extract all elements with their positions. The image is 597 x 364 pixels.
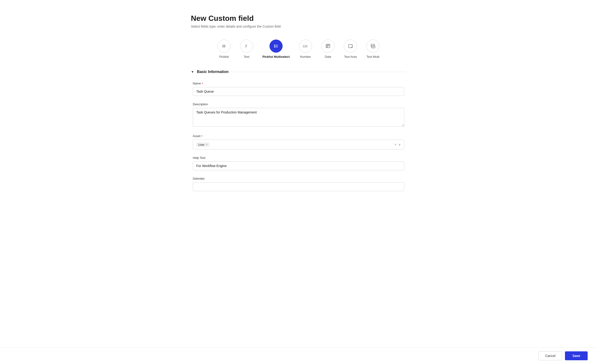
asset-tag-user: User × (196, 142, 209, 147)
asset-label: Asset • (193, 134, 404, 138)
save-button[interactable]: Save (565, 351, 588, 360)
delimiter-input[interactable] (193, 182, 404, 191)
field-type-text-multi[interactable]: Text Multi (366, 40, 379, 58)
field-type-picklist[interactable]: Picklist (218, 40, 231, 58)
svg-rect-18 (327, 46, 328, 47)
field-type-number[interactable]: 123 Number (299, 40, 312, 58)
svg-point-3 (222, 45, 223, 45)
name-field-group: Name • (193, 81, 404, 96)
section-collapse-icon[interactable]: ▼ (191, 70, 194, 74)
picklist-multiselect-icon (269, 40, 283, 53)
field-type-selector: Picklist T Text (191, 40, 406, 58)
help-text-field-group: Help Text (193, 156, 404, 170)
asset-tag-user-remove[interactable]: × (206, 143, 207, 146)
name-required-indicator: • (202, 81, 203, 85)
text-area-icon (344, 40, 357, 53)
page-subtitle: Select fields type, enter details and co… (191, 24, 406, 28)
picklist-icon (218, 40, 231, 53)
svg-text:T: T (245, 44, 247, 48)
svg-rect-20 (327, 47, 328, 47)
field-type-date[interactable]: Date (322, 40, 335, 58)
page-title: New Custom field (191, 14, 406, 23)
asset-select-controls: × ∨ (395, 143, 401, 146)
field-type-picklist-label: Picklist (220, 55, 229, 58)
field-type-text-area[interactable]: Text Area (344, 40, 357, 58)
asset-tag-user-label: User (198, 143, 204, 146)
svg-rect-7 (274, 45, 275, 45)
field-type-text-multi-label: Text Multi (367, 55, 379, 58)
asset-clear-icon[interactable]: × (395, 143, 397, 146)
svg-rect-21 (349, 44, 352, 48)
help-text-label: Help Text (193, 156, 404, 159)
svg-rect-8 (274, 46, 275, 47)
help-text-input[interactable] (193, 161, 404, 170)
field-type-text[interactable]: T Text (240, 40, 253, 58)
field-type-number-label: Number (300, 55, 311, 58)
text-icon: T (240, 40, 253, 53)
basic-information-section-header: ▼ Basic Information (191, 70, 406, 74)
asset-select[interactable]: User × × ∨ (193, 140, 404, 150)
field-type-text-label: Text (244, 55, 249, 58)
description-label: Description (193, 103, 404, 106)
asset-field-group: Asset • User × × ∨ (193, 134, 404, 150)
description-textarea[interactable]: Task Queues for Production Management (193, 108, 404, 127)
description-field-group: Description Task Queues for Production M… (193, 103, 404, 127)
basic-information-form: Name • Description Task Queues for Produ… (191, 81, 406, 191)
svg-rect-9 (274, 47, 275, 47)
svg-point-4 (222, 46, 223, 46)
text-multi-icon (366, 40, 379, 53)
number-icon: 123 (299, 40, 312, 53)
action-bar: Cancel Save (0, 347, 597, 364)
delimiter-field-group: Delimiter (193, 177, 404, 191)
cancel-button[interactable]: Cancel (539, 351, 562, 360)
field-type-date-label: Date (325, 55, 331, 58)
section-divider (231, 72, 406, 72)
delimiter-label: Delimiter (193, 177, 404, 180)
asset-tags-container: User × (196, 142, 395, 147)
svg-rect-23 (372, 46, 375, 48)
name-label: Name • (193, 81, 404, 85)
basic-information-title: Basic Information (197, 70, 228, 74)
svg-rect-19 (328, 46, 329, 47)
field-type-picklist-multiselect-label: Picklist Multiselect (262, 55, 290, 58)
field-type-text-area-label: Text Area (344, 55, 357, 58)
svg-point-5 (222, 47, 223, 47)
date-icon (322, 40, 335, 53)
svg-text:123: 123 (303, 45, 307, 48)
field-type-picklist-multiselect[interactable]: Picklist Multiselect (262, 40, 290, 58)
asset-chevron-down-icon[interactable]: ∨ (398, 143, 401, 146)
asset-required-indicator: • (201, 134, 203, 138)
name-input[interactable] (193, 87, 404, 96)
